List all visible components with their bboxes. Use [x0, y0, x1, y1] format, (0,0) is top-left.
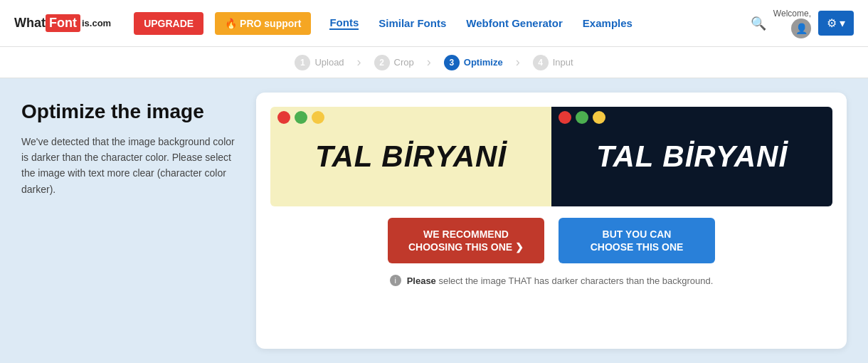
blob-red [277, 111, 290, 124]
step-num-4: 4 [533, 55, 549, 70]
step-num-3: 3 [444, 55, 460, 70]
header: WhatFont is.com UPGRADE 🔥 PRO support Fo… [0, 0, 868, 47]
step-num-1: 1 [295, 55, 310, 70]
color-blobs-light [270, 107, 551, 128]
info-text-rest: select the image THAT has darker charact… [436, 275, 714, 286]
step-divider-2: › [427, 55, 431, 70]
nav-webfont-generator[interactable]: Webfont Generator [466, 17, 563, 29]
welcome-block: Welcome, 👤 [773, 9, 811, 38]
image-option-dark[interactable]: TAL BİRYANİ [551, 107, 832, 206]
blob-green-dark [576, 111, 588, 124]
step-optimize[interactable]: 3 Optimize [431, 51, 516, 75]
image-option-light[interactable]: TAL BİRYANİ [270, 107, 551, 206]
biryani-text-dark: TAL BİRYANİ [596, 140, 788, 174]
buttons-row: WE RECOMMEND CHOOSING THIS ONE ❯ BUT YOU… [270, 218, 832, 263]
page-title: Optimize the image [21, 100, 235, 124]
step-input[interactable]: 4 Input [520, 51, 586, 75]
step-crop[interactable]: 2 Crop [361, 51, 427, 75]
nav-similar-fonts[interactable]: Similar Fonts [379, 17, 446, 29]
step-label-upload: Upload [314, 57, 344, 68]
pro-support-button[interactable]: 🔥 PRO support [215, 12, 311, 35]
recommend-line2: CHOOSING THIS ONE ❯ [408, 241, 524, 253]
step-label-input: Input [553, 57, 573, 68]
logo-is: is.com [82, 19, 111, 28]
settings-button[interactable]: ⚙ ▾ [818, 11, 854, 36]
logo-font: Font [46, 14, 80, 32]
step-divider-3: › [516, 55, 520, 70]
blob-green [295, 111, 307, 124]
settings-icon: ⚙ [827, 16, 837, 30]
page-description: We've detected that the image background… [21, 134, 235, 198]
step-upload[interactable]: 1 Upload [282, 51, 356, 75]
info-text-bold: Please [407, 275, 436, 286]
blob-red-dark [559, 111, 571, 124]
recommend-button-content: WE RECOMMEND CHOOSING THIS ONE ❯ [408, 228, 524, 253]
info-row: i Please select the image THAT has darke… [390, 275, 714, 286]
stepper-bar: 1 Upload › 2 Crop › 3 Optimize › 4 Input [0, 47, 868, 78]
step-label-crop: Crop [394, 57, 414, 68]
main-nav: Fonts Similar Fonts Webfont Generator Ex… [329, 16, 632, 30]
right-panel: TAL BİRYANİ TAL BİRYANİ WE RECOMMEND CHO… [256, 93, 847, 349]
choose-line1: BUT YOU CAN [578, 228, 695, 241]
step-num-2: 2 [374, 55, 390, 70]
logo-what: What [14, 16, 46, 31]
avatar[interactable]: 👤 [791, 19, 811, 38]
search-button[interactable]: 🔍 [751, 16, 766, 31]
recommend-button[interactable]: WE RECOMMEND CHOOSING THIS ONE ❯ [388, 218, 544, 263]
logo[interactable]: WhatFont is.com [14, 14, 111, 32]
upgrade-button[interactable]: UPGRADE [134, 12, 203, 35]
info-icon: i [390, 275, 401, 286]
recommend-line1: WE RECOMMEND [408, 228, 524, 241]
settings-chevron: ▾ [840, 16, 845, 30]
biryani-text-light: TAL BİRYANİ [315, 140, 507, 174]
nav-fonts[interactable]: Fonts [329, 16, 359, 30]
info-text: Please select the image THAT has darker … [407, 275, 714, 286]
pro-support-label: 🔥 PRO support [225, 18, 301, 29]
blob-yellow [312, 111, 324, 124]
choose-button[interactable]: BUT YOU CAN CHOOSE THIS ONE [559, 218, 715, 263]
color-blobs-dark [551, 107, 832, 128]
header-right: 🔍 Welcome, 👤 ⚙ ▾ [751, 9, 854, 38]
choose-line2: CHOOSE THIS ONE [578, 241, 695, 253]
nav-examples[interactable]: Examples [583, 17, 633, 29]
blob-yellow-dark [593, 111, 605, 124]
step-divider-1: › [357, 55, 361, 70]
step-label-optimize: Optimize [464, 57, 503, 68]
welcome-text: Welcome, [773, 9, 811, 19]
image-comparison: TAL BİRYANİ TAL BİRYANİ [270, 107, 832, 206]
left-panel: Optimize the image We've detected that t… [21, 93, 235, 349]
main-content: Optimize the image We've detected that t… [0, 78, 868, 363]
